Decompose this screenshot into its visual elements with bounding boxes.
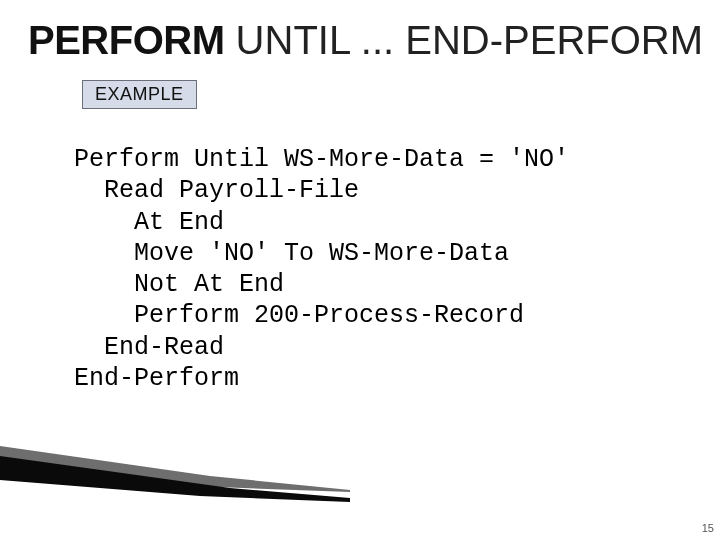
code-line: End-Read (74, 333, 224, 362)
code-line: Perform 200-Process-Record (74, 301, 524, 330)
code-block: Perform Until WS-More-Data = 'NO' Read P… (74, 144, 569, 394)
code-line: Not At End (74, 270, 284, 299)
swoosh-decoration (0, 446, 350, 516)
code-line: Read Payroll-File (74, 176, 359, 205)
example-badge-label: EXAMPLE (95, 84, 184, 104)
code-line: At End (74, 208, 224, 237)
slide-title: PERFORM UNTIL ... END-PERFORM (28, 18, 703, 63)
code-line: Move 'NO' To WS-More-Data (74, 239, 509, 268)
svg-marker-0 (0, 446, 350, 492)
title-lead: PERFORM (28, 18, 225, 62)
page-number: 15 (702, 522, 714, 534)
slide: PERFORM UNTIL ... END-PERFORM EXAMPLE Pe… (0, 0, 720, 540)
code-line: End-Perform (74, 364, 239, 393)
code-line: Perform Until WS-More-Data = 'NO' (74, 145, 569, 174)
svg-marker-1 (0, 456, 350, 502)
title-rest: UNTIL ... END-PERFORM (225, 18, 704, 62)
example-badge: EXAMPLE (82, 80, 197, 109)
